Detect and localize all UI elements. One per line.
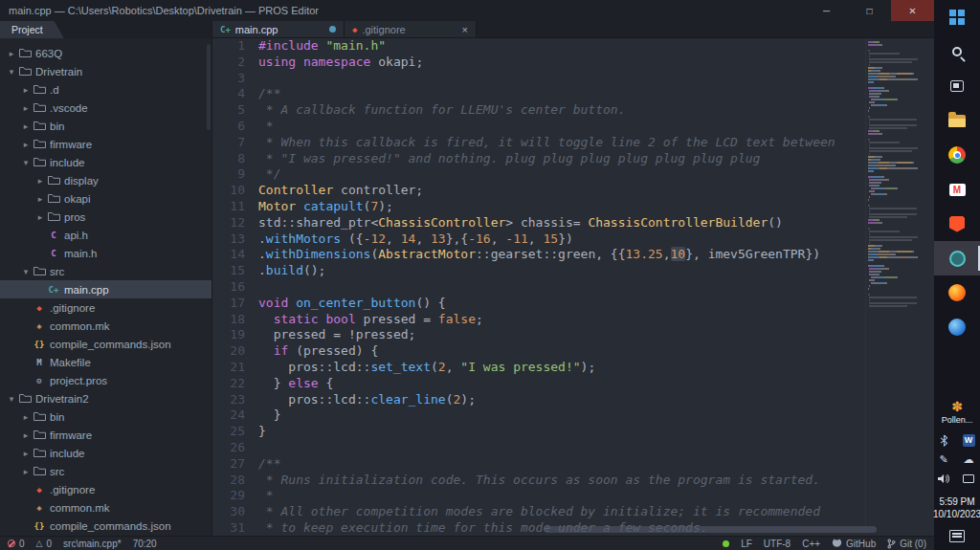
tree-folder-663Q[interactable]: ▸663Q (0, 44, 212, 62)
chevron-right-icon[interactable]: ▸ (34, 194, 46, 204)
github-button[interactable]: GitHub (832, 539, 876, 549)
tree-file-.gitignore[interactable]: ◆.gitignore (0, 480, 212, 498)
chevron-right-icon[interactable]: ▸ (20, 140, 32, 149)
network-icon[interactable] (960, 471, 977, 486)
code-line[interactable]: 19 pressed = !pressed; (212, 327, 865, 343)
code-line[interactable]: 15.build(); (212, 263, 865, 279)
code-line[interactable]: 7 * When this callback is fired, it will… (212, 135, 865, 151)
code-line[interactable]: 17void on_center_button() { (212, 296, 865, 312)
chevron-right-icon[interactable]: ▸ (20, 121, 32, 131)
horizontal-scrollbar[interactable] (545, 526, 877, 533)
tab-.gitignore[interactable]: ◆.gitignore× (345, 21, 477, 37)
search-icon[interactable] (934, 34, 980, 69)
chevron-right-icon[interactable]: ▸ (20, 467, 32, 476)
tree-file-main.h[interactable]: Cmain.h (0, 244, 212, 262)
git-button[interactable]: Git (0) (887, 539, 926, 549)
tree-file-.gitignore[interactable]: ◆.gitignore (0, 298, 212, 317)
weather-widget[interactable]: ✽ Pollen... (942, 400, 973, 425)
sidebar-scrollbar[interactable] (207, 44, 211, 130)
gmail-icon[interactable]: M (934, 172, 980, 207)
tab-project[interactable]: Project (0, 21, 64, 38)
code-line[interactable]: 13.withMotors ({-12, 14, 13},{-16, -11, … (212, 231, 865, 248)
tree-folder-include[interactable]: ▾include (0, 153, 212, 171)
current-file-path[interactable]: src\main.cpp* (63, 539, 122, 549)
edge-icon[interactable] (934, 310, 980, 344)
code-line[interactable]: 1#include "main.h" (212, 38, 865, 55)
bluetooth-icon[interactable] (935, 432, 952, 448)
onedrive-icon[interactable]: ☁ (960, 451, 977, 467)
tree-folder-Drivetrain2[interactable]: ▾Drivetrain2 (0, 389, 212, 407)
code-line[interactable]: 2using namespace okapi; (212, 55, 865, 71)
tree-folder-firmware[interactable]: ▸firmware (0, 426, 212, 444)
file-explorer-icon[interactable] (934, 103, 980, 138)
code-line[interactable]: 28 * Runs initialization code. This occu… (212, 473, 865, 489)
chevron-down-icon[interactable]: ▾ (6, 67, 17, 77)
tree-folder-include[interactable]: ▸include (0, 444, 212, 462)
tree-folder-.d[interactable]: ▸.d (0, 80, 212, 99)
speaker-icon[interactable] (935, 471, 952, 486)
code-editor[interactable]: 1#include "main.h"2using namespace okapi… (212, 38, 934, 536)
tree-folder-src[interactable]: ▾src (0, 262, 212, 280)
tree-file-common.mk[interactable]: ◈common.mk (0, 498, 212, 517)
code-line[interactable]: 23 pros::lcd::clear_line(2); (212, 392, 865, 408)
line-ending-indicator[interactable]: LF (741, 539, 752, 549)
close-tab-icon[interactable]: × (462, 24, 468, 35)
chevron-right-icon[interactable]: ▸ (20, 103, 32, 113)
tree-file-compile_commands.json[interactable]: {}compile_commands.json (0, 517, 212, 535)
chevron-down-icon[interactable]: ▾ (20, 267, 32, 276)
close-button[interactable]: ✕ (891, 0, 934, 21)
chevron-right-icon[interactable]: ▸ (34, 176, 46, 186)
tree-folder-.vscode[interactable]: ▸.vscode (0, 99, 212, 117)
code-line[interactable]: 5 * A callback function for LLEMU's cent… (212, 102, 865, 119)
tree-folder-okapi[interactable]: ▸okapi (0, 189, 212, 208)
tree-folder-bin[interactable]: ▸bin (0, 117, 212, 135)
code-line[interactable]: 11Motor catapult(7); (212, 199, 865, 215)
tree-file-main.cpp[interactable]: C+main.cpp (0, 280, 212, 298)
code-line[interactable]: 27/** (212, 456, 865, 473)
code-line[interactable]: 10Controller controller; (212, 183, 865, 199)
tree-folder-bin[interactable]: ▸bin (0, 407, 212, 426)
tab-main.cpp[interactable]: C+main.cpp (212, 21, 345, 37)
start-icon[interactable] (934, 0, 980, 34)
lint-errors[interactable]: 0 (8, 539, 25, 549)
code-line[interactable]: 3 (212, 71, 865, 87)
code-line[interactable]: 4/** (212, 86, 865, 102)
tree-folder-firmware[interactable]: ▸firmware (0, 135, 212, 153)
pen-icon[interactable]: ✎ (935, 451, 952, 467)
tree-folder-display[interactable]: ▸display (0, 171, 212, 189)
tree-folder-pros[interactable]: ▸pros (0, 208, 212, 226)
code-line[interactable]: 6 * (212, 119, 865, 135)
pros-editor-icon[interactable] (934, 241, 980, 275)
chevron-right-icon[interactable]: ▸ (20, 449, 32, 458)
code-line[interactable]: 29 * (212, 488, 865, 504)
tree-file-compile_commands.json[interactable]: {}compile_commands.json (0, 335, 212, 353)
code-line[interactable]: 24 } (212, 407, 865, 424)
chevron-right-icon[interactable]: ▸ (6, 49, 17, 58)
firefox-icon[interactable] (934, 275, 980, 310)
tree-folder-src[interactable]: ▸src (0, 462, 212, 480)
code-line[interactable]: 16 (212, 279, 865, 296)
code-line[interactable]: 25} (212, 424, 865, 440)
cursor-position[interactable]: 70:20 (133, 539, 157, 549)
code-line[interactable]: 12std::shared_ptr<ChassisController> cha… (212, 215, 865, 231)
brave-icon[interactable] (934, 207, 980, 241)
task-view-icon[interactable] (934, 69, 980, 103)
code-line[interactable]: 21 pros::lcd::set_text(2, "I was pressed… (212, 360, 865, 376)
code-line[interactable]: 14.withDimensions(AbstractMotor::gearset… (212, 247, 865, 263)
chevron-down-icon[interactable]: ▾ (20, 158, 32, 167)
tree-folder-Drivetrain[interactable]: ▾Drivetrain (0, 62, 212, 80)
code-line[interactable]: 18 static bool pressed = false; (212, 312, 865, 328)
code-line[interactable]: 8 * "I was pressed!" and nothing. plug p… (212, 151, 865, 167)
chevron-down-icon[interactable]: ▾ (6, 394, 17, 404)
chevron-right-icon[interactable]: ▸ (20, 412, 32, 422)
chrome-icon[interactable] (934, 138, 980, 172)
tree-file-common.mk[interactable]: ◈common.mk (0, 317, 212, 335)
taskbar-clock[interactable]: 5:59 PM 10/10/2023 (933, 495, 980, 520)
encoding-indicator[interactable]: UTF-8 (764, 539, 791, 549)
code-line[interactable]: 9 */ (212, 166, 865, 183)
language-indicator[interactable]: C++ (802, 539, 820, 549)
code-line[interactable]: 30 * All other competition modes are blo… (212, 504, 865, 520)
word-icon[interactable]: W (960, 432, 977, 448)
tree-file-api.h[interactable]: Capi.h (0, 226, 212, 244)
minimap[interactable] (865, 38, 934, 536)
